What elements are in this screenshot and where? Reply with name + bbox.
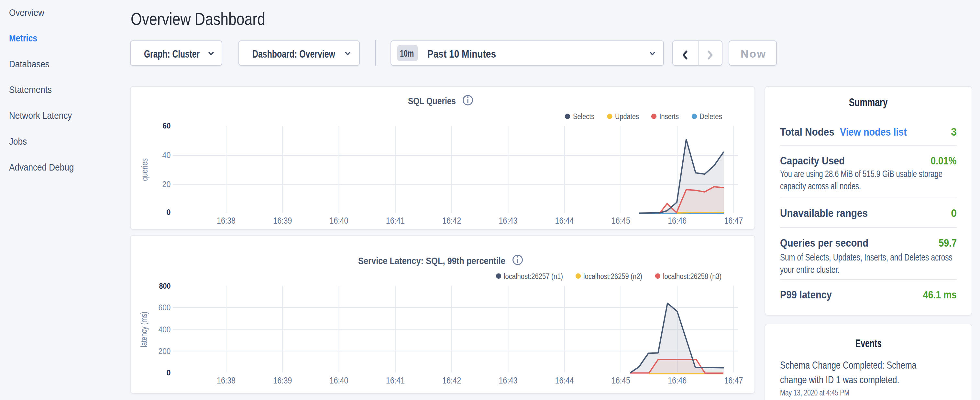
svg-text:16:43: 16:43: [499, 215, 517, 226]
svg-text:16:40: 16:40: [330, 215, 348, 226]
svg-text:20: 20: [162, 180, 171, 189]
svg-text:60: 60: [163, 121, 171, 130]
svg-text:16:38: 16:38: [217, 215, 235, 226]
svg-text:16:38: 16:38: [217, 375, 235, 386]
svg-text:16:43: 16:43: [499, 375, 517, 386]
svg-text:40: 40: [162, 150, 171, 159]
svg-text:queries: queries: [140, 158, 150, 181]
svg-text:16:47: 16:47: [724, 215, 743, 226]
svg-text:0: 0: [167, 368, 171, 377]
svg-text:16:40: 16:40: [330, 375, 348, 386]
svg-text:16:42: 16:42: [442, 375, 461, 386]
svg-text:600: 600: [159, 303, 171, 312]
svg-text:localhost:26258 (n3): localhost:26258 (n3): [663, 272, 721, 280]
svg-text:localhost:26257 (n1): localhost:26257 (n1): [504, 272, 563, 280]
svg-text:16:42: 16:42: [442, 215, 461, 226]
svg-text:16:45: 16:45: [611, 375, 630, 386]
svg-text:localhost:26259 (n2): localhost:26259 (n2): [583, 272, 642, 280]
svg-text:16:44: 16:44: [555, 215, 574, 226]
svg-text:Deletes: Deletes: [700, 112, 722, 121]
svg-text:Inserts: Inserts: [659, 112, 679, 121]
svg-text:Selects: Selects: [573, 112, 594, 121]
svg-text:16:46: 16:46: [668, 375, 687, 386]
svg-text:16:44: 16:44: [555, 375, 574, 386]
svg-text:Service Latency: SQL, 99th per: Service Latency: SQL, 99th percentile: [358, 255, 505, 266]
svg-text:0: 0: [167, 208, 171, 217]
svg-text:16:41: 16:41: [386, 215, 405, 226]
svg-text:200: 200: [159, 347, 171, 356]
svg-text:SQL Queries: SQL Queries: [408, 96, 456, 106]
svg-text:16:46: 16:46: [668, 215, 687, 226]
svg-text:Updates: Updates: [615, 112, 639, 121]
svg-text:16:45: 16:45: [611, 215, 630, 226]
svg-text:latency (ms): latency (ms): [139, 312, 149, 347]
svg-text:16:41: 16:41: [386, 375, 405, 386]
svg-text:800: 800: [159, 282, 171, 290]
svg-text:400: 400: [159, 325, 171, 334]
svg-text:16:47: 16:47: [724, 375, 743, 386]
svg-text:16:39: 16:39: [273, 215, 292, 226]
svg-text:16:39: 16:39: [273, 375, 292, 386]
